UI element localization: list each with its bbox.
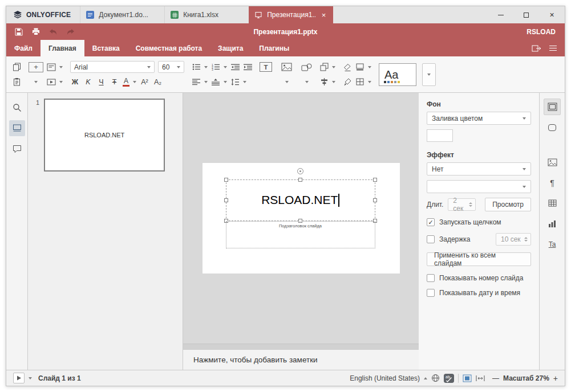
chevron-down-icon[interactable] bbox=[368, 81, 371, 83]
window-close-button[interactable]: × bbox=[539, 6, 565, 23]
slide-editing-area[interactable]: RSLOAD.NET Подзаголовок слайда bbox=[183, 93, 419, 344]
chevron-down-icon[interactable] bbox=[305, 81, 309, 83]
spell-check-toggle[interactable]: ab bbox=[444, 374, 454, 383]
start-slideshow-button[interactable] bbox=[47, 77, 56, 87]
decrease-indent-button[interactable] bbox=[230, 62, 240, 72]
redo-button[interactable] bbox=[62, 25, 78, 39]
tab-plugins[interactable]: Плагины bbox=[251, 40, 297, 56]
slide-canvas[interactable]: RSLOAD.NET Подзаголовок слайда bbox=[203, 163, 400, 273]
font-size-select[interactable]: 60 bbox=[158, 61, 184, 73]
italic-button[interactable]: K bbox=[83, 78, 93, 86]
resize-handle[interactable] bbox=[373, 178, 377, 182]
start-slideshow-status-button[interactable] bbox=[13, 373, 25, 383]
bullet-list-button[interactable] bbox=[192, 62, 201, 72]
insert-image-button[interactable] bbox=[281, 62, 292, 72]
save-button[interactable] bbox=[11, 25, 27, 39]
insert-shape-button[interactable] bbox=[301, 62, 312, 72]
tab-close-icon[interactable]: × bbox=[320, 11, 327, 19]
chevron-down-icon[interactable] bbox=[224, 81, 227, 83]
comments-button[interactable] bbox=[9, 141, 25, 157]
superscript-button[interactable]: A² bbox=[140, 78, 149, 86]
chevron-down-icon[interactable] bbox=[133, 81, 136, 83]
window-maximize-button[interactable] bbox=[513, 6, 539, 23]
background-fill-select[interactable]: Заливка цветом bbox=[427, 112, 531, 125]
effect-type-select[interactable] bbox=[427, 180, 531, 193]
main-menu-icon[interactable] bbox=[549, 46, 557, 51]
subscript-button[interactable]: A₂ bbox=[153, 78, 163, 86]
chevron-down-icon[interactable] bbox=[368, 66, 371, 68]
language-selector[interactable]: English (United States) bbox=[350, 374, 420, 382]
effect-select[interactable]: Нет bbox=[427, 162, 531, 175]
print-button[interactable] bbox=[28, 25, 44, 39]
arrange-shapes-button[interactable] bbox=[319, 62, 329, 72]
chevron-down-icon[interactable] bbox=[332, 81, 335, 83]
font-color-button[interactable]: A bbox=[123, 77, 129, 87]
resize-handle[interactable] bbox=[224, 178, 228, 182]
zoom-out-button[interactable]: — bbox=[492, 374, 499, 382]
chevron-up-icon[interactable] bbox=[424, 377, 427, 379]
chevron-down-icon[interactable] bbox=[29, 377, 32, 379]
font-name-select[interactable]: Arial bbox=[70, 61, 155, 73]
zoom-in-button[interactable]: + bbox=[553, 374, 558, 383]
align-shapes-button[interactable] bbox=[319, 77, 329, 87]
copy-button[interactable] bbox=[12, 62, 21, 72]
increase-indent-button[interactable] bbox=[243, 62, 252, 72]
spinner-arrows-icon[interactable] bbox=[469, 202, 472, 207]
textart-settings-button[interactable]: Ta bbox=[544, 236, 561, 252]
slide-settings-button[interactable] bbox=[544, 99, 561, 115]
chevron-down-icon[interactable] bbox=[332, 66, 335, 68]
rotate-handle[interactable] bbox=[297, 168, 303, 174]
slide-thumbnail[interactable]: RSLOAD.NET bbox=[44, 99, 165, 172]
tab-file[interactable]: Файл bbox=[6, 40, 41, 56]
chevron-down-icon[interactable] bbox=[224, 66, 227, 68]
document-tab-docx[interactable]: Документ1.do... bbox=[80, 6, 164, 23]
window-minimize-button[interactable] bbox=[488, 6, 513, 23]
underline-button[interactable]: Ч bbox=[96, 78, 106, 86]
paragraph-settings-button[interactable]: ¶ bbox=[544, 174, 561, 191]
document-tab-pptx-active[interactable]: Презентация1... × bbox=[249, 6, 333, 23]
tab-home[interactable]: Главная bbox=[41, 40, 84, 56]
show-date-time-checkbox[interactable] bbox=[427, 289, 435, 297]
vertical-align-button[interactable] bbox=[211, 77, 220, 87]
resize-handle[interactable] bbox=[298, 178, 302, 182]
tab-collaboration[interactable]: Совместная работа bbox=[128, 40, 210, 56]
delay-spinner[interactable]: 10 сек bbox=[496, 233, 531, 246]
notes-area[interactable]: Нажмите, чтобы добавить заметки bbox=[183, 349, 419, 370]
theme-gallery-expand-button[interactable] bbox=[422, 63, 436, 86]
preview-button[interactable]: Просмотр bbox=[485, 198, 531, 211]
chart-settings-button[interactable] bbox=[544, 215, 561, 232]
subtitle-placeholder[interactable]: Подзаголовок слайда bbox=[226, 221, 375, 248]
theme-preview[interactable]: Aa bbox=[379, 63, 416, 86]
open-file-location-icon[interactable] bbox=[532, 44, 541, 52]
tab-insert[interactable]: Вставка bbox=[84, 40, 128, 56]
numbered-list-button[interactable]: 123 bbox=[211, 62, 220, 72]
undo-button[interactable] bbox=[45, 25, 61, 39]
clear-style-button[interactable] bbox=[343, 62, 352, 72]
spinner-arrows-icon[interactable] bbox=[524, 237, 528, 242]
chevron-down-icon[interactable] bbox=[285, 81, 289, 83]
chevron-down-icon[interactable] bbox=[59, 81, 63, 83]
color-scheme-button[interactable] bbox=[355, 77, 365, 87]
insert-textbox-button[interactable]: T bbox=[260, 62, 272, 72]
slide-layout-button[interactable] bbox=[47, 62, 56, 72]
fit-to-width-button[interactable] bbox=[476, 375, 485, 382]
search-button[interactable] bbox=[9, 100, 25, 116]
shape-fill-button[interactable] bbox=[355, 62, 365, 72]
copy-style-button[interactable] bbox=[343, 77, 352, 87]
fit-to-slide-button[interactable] bbox=[463, 374, 472, 382]
delay-checkbox[interactable] bbox=[427, 235, 435, 243]
chevron-down-icon[interactable] bbox=[59, 66, 63, 68]
horizontal-scrollbar[interactable] bbox=[183, 344, 419, 349]
paste-button[interactable] bbox=[12, 77, 21, 87]
document-tab-xlsx[interactable]: Книга1.xlsx bbox=[164, 6, 249, 23]
title-placeholder[interactable]: RSLOAD.NET bbox=[226, 179, 375, 221]
table-settings-button[interactable] bbox=[544, 195, 561, 211]
bold-button[interactable]: Ж bbox=[70, 78, 80, 86]
chevron-down-icon[interactable] bbox=[204, 81, 208, 83]
slides-panel-button[interactable] bbox=[9, 120, 25, 136]
chevron-down-icon[interactable] bbox=[204, 66, 208, 68]
add-slide-menu-icon[interactable] bbox=[34, 81, 38, 83]
line-spacing-button[interactable] bbox=[230, 77, 240, 87]
strikethrough-button[interactable]: Ŧ bbox=[110, 78, 119, 86]
add-slide-button[interactable]: + bbox=[29, 62, 43, 72]
